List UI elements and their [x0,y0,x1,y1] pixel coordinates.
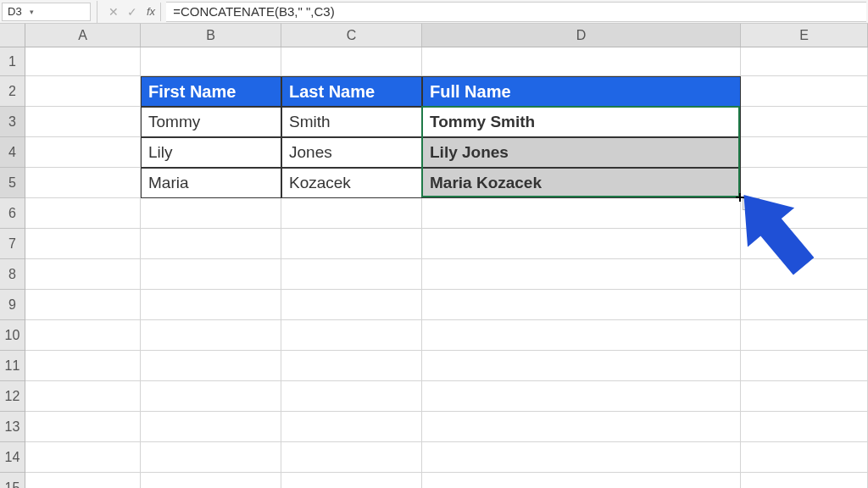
cell[interactable] [281,47,422,76]
cell[interactable] [25,137,141,168]
name-box-value: D3 [8,5,22,18]
row-header[interactable]: 5 [0,168,25,198]
cell[interactable] [281,229,422,259]
cell[interactable] [741,412,868,442]
cell[interactable] [422,320,741,351]
table-cell[interactable]: Smith [281,107,422,137]
table-cell[interactable]: Lily [141,137,281,168]
cell[interactable] [422,473,741,488]
cell[interactable] [141,351,281,381]
cell[interactable] [141,473,281,488]
name-box[interactable]: D3 ▾ [2,3,91,21]
cell[interactable] [741,320,868,351]
chevron-down-icon[interactable]: ▾ [22,8,34,16]
cell[interactable] [281,381,422,412]
row-header[interactable]: 14 [0,442,25,473]
cell[interactable] [281,320,422,351]
cell[interactable] [281,351,422,381]
cell[interactable] [741,107,868,137]
cell[interactable] [141,47,281,76]
cell[interactable] [422,381,741,412]
cell[interactable] [422,259,741,290]
accept-icon[interactable]: ✓ [126,5,138,19]
column-header[interactable]: D [422,24,741,47]
cell[interactable] [25,351,141,381]
cell[interactable] [741,381,868,412]
table-cell[interactable]: Jones [281,137,422,168]
cell[interactable] [422,442,741,473]
cell[interactable] [25,229,141,259]
row-header[interactable]: 2 [0,76,25,107]
row-header[interactable]: 15 [0,473,25,488]
cell[interactable] [141,381,281,412]
cell[interactable] [281,259,422,290]
cell[interactable] [422,351,741,381]
column-header[interactable]: E [741,24,868,47]
cell[interactable] [25,168,141,198]
cell[interactable] [281,442,422,473]
cell[interactable] [25,473,141,488]
row-header[interactable]: 7 [0,229,25,259]
row-header[interactable]: 3 [0,107,25,137]
cell[interactable] [25,107,141,137]
column-header[interactable]: B [141,24,281,47]
table-header-cell[interactable]: First Name [141,76,281,107]
row-header[interactable]: 11 [0,351,25,381]
cell[interactable] [141,229,281,259]
row-header[interactable]: 13 [0,412,25,442]
cell[interactable] [281,473,422,488]
cell[interactable] [281,290,422,320]
cell[interactable] [141,320,281,351]
cell[interactable] [422,412,741,442]
row-header[interactable]: 10 [0,320,25,351]
cell[interactable] [741,473,868,488]
cell[interactable] [25,47,141,76]
cell[interactable] [741,137,868,168]
cell[interactable] [25,412,141,442]
cell[interactable] [25,76,141,107]
select-all-corner[interactable] [0,24,25,47]
cell[interactable] [141,412,281,442]
cell[interactable] [422,198,741,229]
cell[interactable] [422,47,741,76]
table-cell[interactable]: Tommy Smith [422,107,741,137]
cell[interactable] [141,198,281,229]
row-header[interactable]: 1 [0,47,25,76]
row-header[interactable]: 6 [0,198,25,229]
cell[interactable] [281,198,422,229]
table-header-cell[interactable]: Full Name [422,76,741,107]
cell[interactable] [741,290,868,320]
row-header[interactable]: 12 [0,381,25,412]
formula-bar: D3 ▾ ✕ ✓ fx =CONCATENATE(B3," ",C3) [0,0,868,24]
cell[interactable] [741,76,868,107]
cell[interactable] [422,229,741,259]
row-header[interactable]: 4 [0,137,25,168]
cell[interactable] [141,259,281,290]
cell[interactable] [741,442,868,473]
formula-input[interactable]: =CONCATENATE(B3," ",C3) [166,2,866,22]
table-cell[interactable]: Maria [141,168,281,198]
cell[interactable] [741,351,868,381]
table-cell[interactable]: Tommy [141,107,281,137]
row-header[interactable]: 8 [0,259,25,290]
cell[interactable] [25,442,141,473]
cell[interactable] [25,290,141,320]
cell[interactable] [422,290,741,320]
column-header[interactable]: A [25,24,141,47]
cell[interactable] [25,259,141,290]
cell[interactable] [141,290,281,320]
table-cell[interactable]: Lily Jones [422,137,741,168]
table-header-cell[interactable]: Last Name [281,76,422,107]
row-header[interactable]: 9 [0,290,25,320]
table-cell[interactable]: Maria Kozacek [422,168,741,198]
table-cell[interactable]: Kozacek [281,168,422,198]
cell[interactable] [741,47,868,76]
cell[interactable] [281,412,422,442]
cell[interactable] [25,320,141,351]
cell[interactable] [25,381,141,412]
column-header[interactable]: C [281,24,422,47]
cell[interactable] [25,198,141,229]
cell[interactable] [141,442,281,473]
cancel-icon[interactable]: ✕ [108,5,120,19]
fx-icon[interactable]: fx [147,5,155,18]
